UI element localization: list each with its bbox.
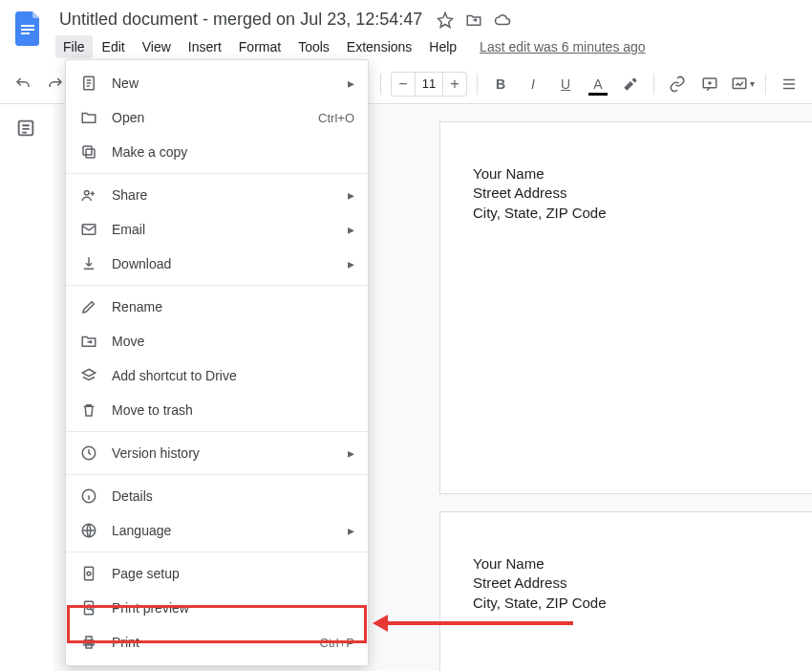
menu-item-label: Share [112,187,334,203]
page-line[interactable]: City, State, ZIP Code [473,594,812,613]
menu-item-label: Language [112,523,334,538]
document-page[interactable]: Your Name Street Address City, State, ZI… [439,121,812,494]
text-color-button[interactable]: A [585,71,611,97]
page-setup-icon [79,564,98,583]
submenu-arrow-icon: ▸ [348,256,354,271]
move-icon [79,332,98,351]
menu-item-details[interactable]: Details [66,479,368,513]
menu-item-shortcut: Ctrl+P [320,636,354,650]
submenu-arrow-icon: ▸ [348,222,354,237]
menu-item-print-preview[interactable]: Print preview [66,591,368,625]
docs-logo[interactable] [11,11,46,46]
info-icon [79,487,98,506]
rename-icon [79,297,98,316]
highlight-button[interactable] [617,71,644,97]
menu-item-label: Download [112,256,334,271]
print-icon [79,633,98,652]
page-line[interactable]: Your Name [473,164,812,184]
svg-rect-0 [21,25,34,27]
menu-extensions[interactable]: Extensions [339,35,419,58]
undo-button[interactable] [10,71,36,97]
svg-rect-4 [733,78,746,89]
copy-icon [79,142,98,162]
cloud-status-icon[interactable] [493,11,512,30]
menu-item-rename[interactable]: Rename [66,290,368,324]
bold-button[interactable]: B [487,71,514,97]
svg-rect-18 [86,637,92,640]
svg-rect-8 [83,146,92,155]
svg-rect-2 [21,32,30,34]
menu-item-open[interactable]: Open Ctrl+O [66,100,368,135]
menu-item-email[interactable]: Email ▸ [66,212,368,247]
menu-format[interactable]: Format [231,35,288,58]
submenu-arrow-icon: ▸ [348,523,354,538]
trash-icon [79,400,98,420]
page-line[interactable]: Street Address [473,184,812,203]
menu-item-make-copy[interactable]: Make a copy [66,135,368,169]
menu-item-add-shortcut[interactable]: Add shortcut to Drive [66,358,368,393]
menu-item-label: Page setup [112,566,354,581]
insert-image-button[interactable]: ▾ [729,71,756,97]
menu-item-print[interactable]: Print Ctrl+P [66,625,368,660]
svg-rect-7 [86,149,95,158]
menu-item-label: Open [112,110,305,125]
menu-insert[interactable]: Insert [181,35,229,58]
share-icon [79,185,98,205]
page-line[interactable]: Your Name [473,554,812,574]
page-line[interactable]: Street Address [473,574,812,593]
document-title[interactable]: Untitled document - merged on Jul 23, 12… [55,8,426,32]
menu-item-page-setup[interactable]: Page setup [66,556,368,591]
submenu-arrow-icon: ▸ [348,445,354,461]
add-comment-button[interactable] [696,71,723,97]
menu-help[interactable]: Help [421,35,464,58]
align-button[interactable] [776,71,802,97]
email-icon [79,220,98,239]
menu-view[interactable]: View [135,35,179,58]
menu-item-label: Details [112,488,354,504]
menu-item-share[interactable]: Share ▸ [66,178,368,212]
menu-item-label: Rename [112,299,354,314]
menu-file[interactable]: File [55,35,93,58]
svg-rect-13 [85,567,94,580]
menu-item-trash[interactable]: Move to trash [66,393,368,427]
svg-point-9 [85,191,90,196]
folder-icon [79,108,98,127]
document-outline-icon[interactable] [15,118,38,141]
menu-item-label: New [112,76,334,91]
svg-rect-15 [85,601,94,615]
font-size-increase[interactable]: + [443,76,466,93]
document-page[interactable]: Your Name Street Address City, State, ZI… [439,511,812,671]
menu-item-new[interactable]: New ▸ [66,66,368,100]
insert-link-button[interactable] [664,71,691,97]
caret-icon: ▾ [750,78,755,89]
font-size-decrease[interactable]: − [392,76,415,93]
font-size-value[interactable]: 11 [415,73,443,96]
menu-item-language[interactable]: Language ▸ [66,513,368,548]
italic-button[interactable]: I [520,71,546,97]
file-menu-dropdown: New ▸ Open Ctrl+O Make a copy Share ▸ Em… [65,59,369,666]
annotation-arrow [382,621,573,625]
menu-item-shortcut: Ctrl+O [318,111,354,125]
menu-item-label: Make a copy [112,144,354,160]
menu-tools[interactable]: Tools [290,35,337,58]
star-icon[interactable] [436,11,455,30]
shortcut-icon [79,366,98,385]
submenu-arrow-icon: ▸ [348,76,354,91]
font-size-group: − 11 + [391,72,467,97]
move-to-folder-icon[interactable] [464,11,483,30]
globe-icon [79,521,98,540]
menu-item-version-history[interactable]: Version history ▸ [66,436,368,470]
menu-edit[interactable]: Edit [95,35,133,58]
underline-button[interactable]: U [552,71,579,97]
menu-item-label: Move [112,334,354,349]
page-line[interactable]: City, State, ZIP Code [473,204,812,223]
history-icon [79,444,98,463]
menu-item-move[interactable]: Move [66,324,368,358]
svg-rect-1 [21,29,34,31]
menu-item-label: Email [112,222,334,237]
menu-item-download[interactable]: Download ▸ [66,247,368,281]
last-edit-link[interactable]: Last edit was 6 minutes ago [480,39,646,54]
menu-item-label: Version history [112,445,334,461]
preview-icon [79,598,98,617]
svg-point-14 [87,572,91,575]
